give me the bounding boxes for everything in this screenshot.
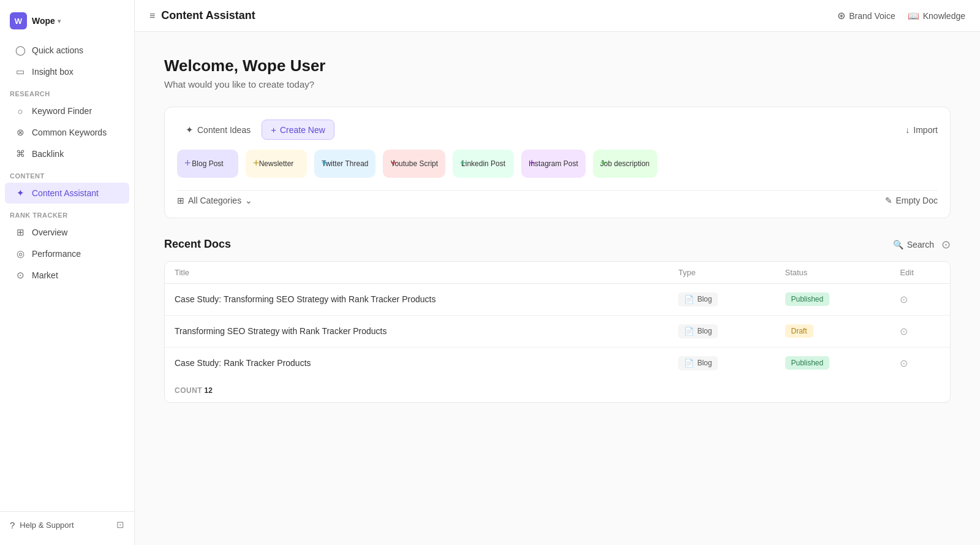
- doc-title: Case Study: Transforming SEO Strategy wi…: [165, 283, 668, 315]
- content-ideas-icon: ✦: [186, 124, 194, 135]
- content-card-actions: ↓ Import: [905, 125, 938, 135]
- category-row: ⊞ All Categories ⌄ ✎ Empty Doc: [177, 190, 938, 205]
- tab-create-new[interactable]: + Create New: [262, 120, 334, 140]
- template-job-description[interactable]: + Job description: [593, 150, 657, 178]
- all-categories-button[interactable]: ⊞ All Categories ⌄: [177, 196, 252, 205]
- content-section-label: CONTENT: [0, 165, 134, 182]
- template-plus-icon: +: [529, 157, 535, 170]
- sidebar-item-insight-box[interactable]: ▭ Insight box: [5, 61, 129, 82]
- edit-button[interactable]: ⊙: [900, 358, 908, 368]
- sidebar-footer: ? Help & Support ⊡: [0, 511, 134, 538]
- welcome-subtitle: What would you like to create today?: [164, 79, 951, 90]
- template-plus-icon: +: [460, 157, 467, 170]
- doc-title: Case Study: Rank Tracker Products: [165, 347, 668, 379]
- topbar: ≡ Content Assistant ⊛ Brand Voice 📖 Know…: [135, 0, 980, 32]
- sidebar-item-label: Insight box: [32, 67, 74, 77]
- market-icon: ⊙: [15, 270, 26, 281]
- brand-voice-icon: ⊛: [837, 10, 845, 21]
- menu-icon[interactable]: ≡: [149, 10, 155, 21]
- help-support-button[interactable]: ? Help & Support: [10, 520, 74, 530]
- sidebar-item-keyword-finder[interactable]: ○ Keyword Finder: [5, 101, 129, 121]
- sidebar-item-backlink[interactable]: ⌘ Backlink: [5, 143, 129, 164]
- brand-voice-button[interactable]: ⊛ Brand Voice: [837, 10, 895, 21]
- col-title: Title: [165, 262, 668, 284]
- workspace-logo: W: [10, 12, 27, 29]
- sidebar-nav: ◯ Quick actions ▭ Insight box RESEARCH ○…: [0, 39, 134, 511]
- template-linkedin-post[interactable]: + Linkedin Post: [453, 150, 514, 178]
- docs-count-footer: COUNT 12: [165, 379, 950, 402]
- search-button[interactable]: 🔍 Search: [893, 240, 934, 250]
- knowledge-button[interactable]: 📖 Knowledge: [908, 10, 965, 21]
- categories-grid-icon: ⊞: [177, 196, 184, 205]
- template-label: Linkedin Post: [461, 159, 505, 169]
- sidebar-item-label: Performance: [32, 249, 81, 259]
- workspace-name[interactable]: Wope ▾: [32, 16, 61, 26]
- workspace-chevron-icon: ▾: [58, 18, 61, 25]
- doc-icon: 📄: [684, 359, 694, 368]
- col-type: Type: [668, 262, 775, 284]
- sidebar-item-performance[interactable]: ◎ Performance: [5, 243, 129, 264]
- research-section-label: RESEARCH: [0, 83, 134, 100]
- sidebar-item-market[interactable]: ⊙ Market: [5, 265, 129, 286]
- docs-table: Title Type Status Edit Case Study: Trans…: [165, 262, 950, 379]
- welcome-title: Welcome, Wope User: [164, 56, 951, 75]
- create-new-icon: +: [271, 124, 276, 135]
- sidebar-item-label: Overview: [32, 227, 67, 237]
- categories-chevron-icon: ⌄: [245, 196, 252, 205]
- doc-title: Transforming SEO Strategy with Rank Trac…: [165, 315, 668, 347]
- docs-table-header-row: Title Type Status Edit: [165, 262, 950, 284]
- insight-box-icon: ▭: [15, 66, 26, 77]
- template-label: Blog Post: [192, 159, 223, 169]
- template-plus-icon: +: [600, 157, 607, 170]
- template-blog-post[interactable]: + Blog Post: [177, 150, 238, 178]
- template-plus-icon: +: [322, 157, 328, 170]
- empty-doc-button[interactable]: ✎ Empty Doc: [885, 196, 938, 205]
- doc-icon: 📄: [684, 295, 694, 304]
- import-button[interactable]: ↓ Import: [905, 125, 938, 135]
- type-badge: 📄 Blog: [678, 324, 718, 338]
- sidebar-item-label: Common Keywords: [32, 128, 107, 137]
- help-icon: ?: [10, 520, 15, 530]
- more-options-button[interactable]: ⊙: [941, 238, 951, 251]
- content-assistant-icon: ✦: [15, 188, 26, 199]
- template-label: Job description: [600, 159, 650, 169]
- status-badge: Published: [785, 292, 830, 306]
- doc-status: Published: [775, 347, 891, 379]
- edit-button[interactable]: ⊙: [900, 294, 908, 305]
- overview-icon: ⊞: [15, 227, 26, 238]
- table-row: Case Study: Transforming SEO Strategy wi…: [165, 283, 950, 315]
- sidebar-item-quick-actions[interactable]: ◯ Quick actions: [5, 40, 129, 61]
- template-label: Instagram Post: [529, 159, 578, 169]
- status-badge: Published: [785, 356, 830, 370]
- empty-doc-icon: ✎: [885, 196, 892, 205]
- sidebar-item-label: Keyword Finder: [32, 106, 92, 116]
- content-card-header: ✦ Content Ideas + Create New ↓ Import: [177, 120, 938, 140]
- sidebar-item-content-assistant[interactable]: ✦ Content Assistant: [5, 183, 129, 204]
- sidebar-item-common-keywords[interactable]: ⊗ Common Keywords: [5, 122, 129, 143]
- external-link-icon[interactable]: ⊡: [116, 519, 124, 530]
- sidebar-item-overview[interactable]: ⊞ Overview: [5, 222, 129, 243]
- import-icon: ↓: [905, 125, 910, 135]
- template-label: Twitter Thread: [322, 159, 368, 169]
- docs-table-body: Case Study: Transforming SEO Strategy wi…: [165, 283, 950, 379]
- content-card: ✦ Content Ideas + Create New ↓ Import: [164, 107, 951, 218]
- template-youtube-script[interactable]: + Youtube Script: [383, 150, 445, 178]
- doc-edit: ⊙: [890, 315, 950, 347]
- template-instagram-post[interactable]: + Instagram Post: [521, 150, 586, 178]
- template-twitter-thread[interactable]: + Twitter Thread: [314, 150, 375, 178]
- recent-docs-title: Recent Docs: [164, 238, 231, 251]
- edit-button[interactable]: ⊙: [900, 326, 908, 337]
- template-newsletter[interactable]: + Newsletter: [246, 150, 307, 178]
- template-plus-icon: +: [390, 157, 397, 170]
- sidebar: W Wope ▾ ◯ Quick actions ▭ Insight box R…: [0, 0, 135, 545]
- col-status: Status: [775, 262, 891, 284]
- table-row: Case Study: Rank Tracker Products 📄 Blog…: [165, 347, 950, 379]
- content-card-tabs: ✦ Content Ideas + Create New: [177, 120, 334, 140]
- sidebar-item-label: Quick actions: [32, 45, 83, 55]
- status-badge: Draft: [785, 324, 813, 338]
- tab-content-ideas[interactable]: ✦ Content Ideas: [177, 120, 259, 140]
- doc-edit: ⊙: [890, 283, 950, 315]
- doc-icon: 📄: [684, 327, 694, 336]
- topbar-right: ⊛ Brand Voice 📖 Knowledge: [837, 10, 965, 21]
- doc-type: 📄 Blog: [668, 283, 775, 315]
